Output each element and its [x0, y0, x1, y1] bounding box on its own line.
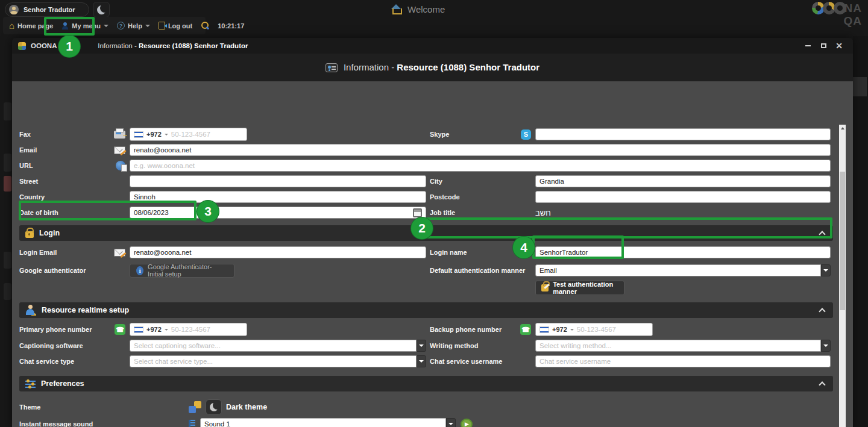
collapse-chevron-icon[interactable]: [819, 381, 825, 388]
step-4-badge: 4: [513, 237, 535, 258]
im-sound-select[interactable]: [200, 418, 456, 427]
minimize-button[interactable]: [804, 42, 812, 50]
theme-label: Theme: [19, 404, 40, 411]
backup-phone-input[interactable]: +972 50-123-4567: [535, 323, 653, 336]
phone-icon: [520, 324, 531, 335]
login-name-label: Login name: [430, 249, 467, 256]
background-remnant: [853, 77, 867, 96]
realtime-section-header[interactable]: Resource realtime setup: [19, 302, 833, 318]
dark-theme-button[interactable]: [206, 399, 222, 415]
dialog-body: Fax +972 50-123-4567 Skype Email: [12, 81, 853, 427]
chevron-down-icon: [104, 25, 108, 27]
ooona-qa-logo: NA QA: [812, 2, 862, 27]
city-input[interactable]: [535, 175, 831, 187]
play-sound-button[interactable]: [461, 419, 473, 427]
israel-flag-icon: [134, 326, 143, 333]
dropdown-arrow-icon[interactable]: [821, 264, 831, 276]
calendar-icon[interactable]: [413, 208, 422, 217]
chat-service-type-label: Chat service type: [19, 358, 74, 365]
captioning-software-select[interactable]: [130, 340, 426, 352]
dropdown-arrow-icon[interactable]: [417, 340, 426, 352]
email-input[interactable]: [130, 144, 831, 156]
collapse-chevron-icon[interactable]: [819, 231, 825, 237]
menu-help[interactable]: ? Help: [117, 22, 150, 30]
theme-toggle-button[interactable]: [93, 2, 110, 17]
fax-icon: [114, 131, 125, 139]
search-icon: [201, 22, 209, 30]
scrollbar-thumb[interactable]: [840, 172, 845, 310]
vertical-scrollbar[interactable]: [839, 125, 846, 427]
primary-phone-input[interactable]: +972 50-123-4567: [130, 323, 247, 336]
fax-input[interactable]: +972 50-123-4567: [130, 128, 247, 141]
auth-manner-select[interactable]: [535, 264, 831, 276]
writing-method-value[interactable]: [535, 340, 821, 352]
url-input[interactable]: [130, 160, 831, 172]
logo-text-qa: QA: [844, 14, 863, 27]
scroll-up-button[interactable]: [839, 125, 846, 132]
preferences-section-header[interactable]: Preferences: [19, 376, 833, 391]
postcode-input[interactable]: [535, 191, 831, 203]
email-envelope-icon: [114, 249, 125, 257]
email-label: Email: [19, 146, 37, 154]
im-sound-value[interactable]: [200, 418, 446, 427]
background-remnant: [4, 102, 11, 120]
maximize-button[interactable]: [819, 42, 828, 50]
background-remnant: [4, 252, 11, 269]
auth-manner-label: Default authentication manner: [430, 267, 525, 274]
phone-icon: [115, 324, 125, 335]
login-name-input[interactable]: [535, 246, 831, 258]
test-auth-manner-button[interactable]: Test authentication manner: [535, 281, 624, 295]
dropdown-arrow-icon[interactable]: [821, 340, 831, 352]
collapse-chevron-icon[interactable]: [819, 308, 825, 314]
writing-method-label: Writing method: [430, 342, 478, 349]
dropdown-arrow-icon[interactable]: [446, 418, 456, 427]
resource-person-icon: [25, 305, 36, 316]
home-icon: [391, 4, 401, 14]
theme-value: Dark theme: [226, 403, 267, 411]
country-label: Country: [19, 193, 45, 201]
im-sound-label: Instant message sound: [19, 420, 93, 427]
country-input[interactable]: [130, 191, 426, 203]
menu-log-out[interactable]: Log out: [159, 22, 192, 30]
skype-input[interactable]: [535, 128, 831, 140]
chat-username-label: Chat service username: [430, 358, 502, 365]
close-button[interactable]: ✕: [835, 42, 843, 50]
job-title-label: Job title: [430, 209, 455, 216]
resource-information-dialog: OOONA Man Information - Resource (1088) …: [12, 38, 853, 427]
login-email-input[interactable]: [130, 246, 426, 258]
id-card-icon: [326, 63, 338, 72]
chevron-down-icon[interactable]: [570, 329, 574, 331]
user-chip[interactable]: Senhor Tradutor: [5, 2, 89, 17]
captioning-software-label: Captioning software: [19, 342, 83, 349]
dob-input[interactable]: 08/06/2023: [130, 207, 426, 219]
chevron-down-icon[interactable]: [165, 134, 168, 136]
window-title: Information - Resource (1088) Senhor Tra…: [98, 42, 248, 49]
chevron-down-icon[interactable]: [165, 329, 168, 331]
dropdown-arrow-icon[interactable]: [417, 355, 426, 367]
skype-label: Skype: [430, 131, 449, 138]
google-authenticator-label: Google authenticator: [19, 267, 86, 274]
dialog-title-bar[interactable]: OOONA Man Information - Resource (1088) …: [12, 38, 853, 54]
google-authenticator-setup-button[interactable]: Google Authenticator- Initial setup: [130, 264, 234, 278]
captioning-software-value[interactable]: [130, 340, 417, 352]
chat-service-type-value[interactable]: [130, 355, 417, 367]
israel-flag-icon: [134, 131, 143, 138]
street-input[interactable]: [130, 175, 426, 187]
step-1-badge: 1: [58, 36, 80, 57]
chat-service-type-select[interactable]: [130, 355, 426, 367]
menu-my-menu[interactable]: My menu: [61, 22, 108, 30]
email-envelope-icon: [114, 146, 125, 154]
fax-label: Fax: [19, 131, 31, 138]
step-2-badge: 2: [411, 217, 433, 239]
writing-method-select[interactable]: [535, 340, 831, 352]
auth-manner-value[interactable]: [535, 264, 821, 276]
background-remnant: [4, 154, 11, 172]
chat-username-input[interactable]: [535, 355, 831, 367]
moon-icon: [210, 403, 218, 411]
menu-search[interactable]: [201, 22, 209, 30]
menu-home-page[interactable]: ⌂ Home page: [9, 22, 53, 30]
login-email-label: Login Email: [19, 249, 57, 256]
user-avatar-icon: [9, 5, 19, 14]
postcode-label: Postcode: [430, 193, 460, 201]
user-name: Senhor Tradutor: [24, 6, 75, 13]
